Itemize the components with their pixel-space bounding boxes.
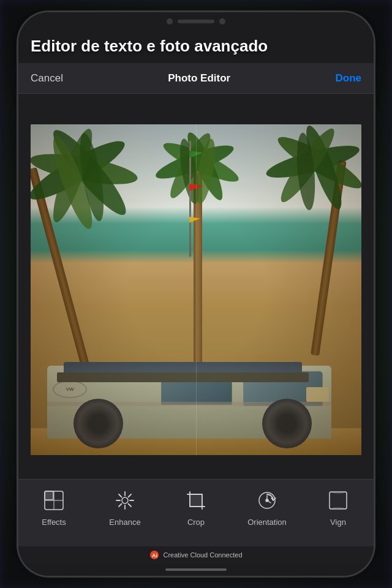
effects-icon <box>40 487 67 514</box>
svg-line-25 <box>119 494 122 497</box>
svg-text:Ai: Ai <box>152 552 157 559</box>
photo-scene: VW <box>31 124 361 455</box>
effects-label: Effects <box>42 518 66 527</box>
flag-pole <box>189 141 191 257</box>
svg-line-26 <box>129 504 132 507</box>
photo-frame: VW <box>31 124 361 455</box>
tool-enhance[interactable]: Enhance <box>89 487 160 527</box>
tool-orientation[interactable]: Orientation <box>232 487 303 527</box>
camera-dot <box>167 18 173 24</box>
photo-area: VW <box>18 94 374 479</box>
svg-point-29 <box>122 497 128 503</box>
svg-point-34 <box>266 499 268 502</box>
cloud-footer: Ai Creative Cloud Connected <box>18 546 374 564</box>
nav-title: Photo Editor <box>168 72 230 85</box>
svg-rect-30 <box>190 494 202 507</box>
phone-frame: Editor de texto e foto avançado Cancel P… <box>18 12 374 576</box>
vignette-svg <box>327 489 349 511</box>
orientation-label: Orientation <box>247 518 287 527</box>
palm-tree-center <box>156 124 239 372</box>
tool-crop[interactable]: Crop <box>160 487 232 527</box>
van-headlight <box>306 387 329 402</box>
cloud-connected-text: Creative Cloud Connected <box>163 551 242 559</box>
bottom-bar <box>18 564 374 576</box>
palm-tree-right <box>269 124 361 356</box>
enhance-svg <box>114 489 136 511</box>
enhance-label: Enhance <box>109 518 140 527</box>
van-wheel-left <box>74 399 123 448</box>
svg-rect-18 <box>45 491 53 500</box>
promo-text: Editor de texto e foto avançado <box>31 37 361 56</box>
speaker <box>178 20 214 23</box>
crop-label: Crop <box>187 518 205 527</box>
orientation-svg <box>256 489 278 511</box>
svg-line-28 <box>119 504 122 507</box>
tool-vignette[interactable]: Vign <box>303 487 374 527</box>
effects-svg <box>43 489 65 511</box>
orientation-icon <box>254 487 281 514</box>
toolbar: Effects Enhan <box>18 479 374 546</box>
enhance-icon <box>111 487 138 514</box>
svg-line-27 <box>129 494 132 497</box>
vignette-icon <box>325 487 352 514</box>
navigation-bar: Cancel Photo Editor Done <box>18 63 374 94</box>
van-rack <box>57 372 308 382</box>
crop-svg <box>185 489 207 511</box>
cancel-button[interactable]: Cancel <box>31 72 63 85</box>
adobe-cloud-icon: Ai <box>149 550 159 560</box>
sensor-dot <box>219 18 225 24</box>
svg-rect-35 <box>330 492 347 509</box>
status-bar <box>18 12 374 31</box>
tool-effects[interactable]: Effects <box>18 487 89 527</box>
van-wheel-right <box>262 399 312 448</box>
done-button[interactable]: Done <box>336 72 362 85</box>
vignette-label: Vign <box>330 518 346 527</box>
palm-tree-left <box>37 124 137 372</box>
promo-banner: Editor de texto e foto avançado <box>18 31 374 63</box>
app-screen: Cancel Photo Editor Done <box>18 63 374 564</box>
crop-icon <box>183 487 209 514</box>
van-vw-logo: VW <box>53 380 87 399</box>
home-indicator <box>165 568 227 571</box>
